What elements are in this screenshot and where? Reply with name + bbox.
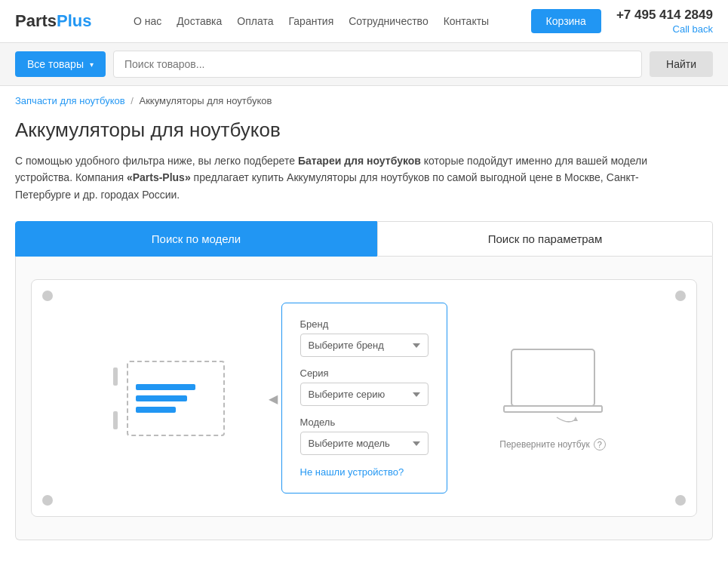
- brand-selector-form: ◀ Бренд Выберите бренд Серия Выберите се…: [281, 303, 447, 494]
- nav-cooperation[interactable]: Сотрудничество: [349, 15, 428, 27]
- nav-about[interactable]: О нас: [134, 15, 161, 27]
- breadcrumb-separator: /: [131, 95, 134, 106]
- side-bar-2: [113, 411, 118, 429]
- series-select[interactable]: Выберите серию: [300, 383, 429, 406]
- nav-delivery[interactable]: Доставка: [177, 15, 222, 27]
- cart-button[interactable]: Корзина: [531, 9, 601, 33]
- sketch-lines: [128, 377, 223, 420]
- side-bar-1: [113, 367, 118, 386]
- phone-block: +7 495 414 2849 Call back: [616, 8, 713, 35]
- svg-marker-3: [573, 417, 578, 421]
- laptop-illustration: [500, 346, 606, 431]
- filter-panel-inner: ◀ Бренд Выберите бренд Серия Выберите се…: [31, 279, 697, 517]
- phone-number: +7 495 414 2849: [616, 8, 713, 23]
- sketch-line-3: [136, 407, 176, 413]
- search-bar: Все товары ▾ Найти: [0, 43, 728, 86]
- nav-payment[interactable]: Оплата: [237, 15, 273, 27]
- breadcrumb: Запчасти для ноутбуков / Аккумуляторы дл…: [0, 86, 728, 111]
- tab-model[interactable]: Поиск по модели: [15, 221, 377, 257]
- question-mark-icon[interactable]: ?: [594, 438, 606, 450]
- chevron-down-icon: ▾: [90, 60, 94, 69]
- brand-label: Бренд: [300, 318, 429, 330]
- tab-params[interactable]: Поиск по параметрам: [377, 221, 713, 257]
- all-goods-label: Все товары: [27, 58, 84, 70]
- corner-dot-tr: [675, 291, 686, 301]
- search-input[interactable]: [113, 51, 642, 78]
- sketch-line-2: [136, 395, 188, 401]
- logo-plus: Plus: [57, 11, 91, 30]
- nav-contacts[interactable]: Контакты: [444, 15, 489, 27]
- model-select[interactable]: Выберите модель: [300, 432, 429, 455]
- page-description: С помощью удобного фильтра ниже, вы легк…: [15, 152, 694, 203]
- series-label: Серия: [300, 367, 429, 379]
- laptop-right: Переверните ноутбук ?: [478, 346, 628, 450]
- laptop-label: Переверните ноутбук ?: [499, 438, 605, 450]
- not-found-link[interactable]: Не нашли устройство?: [300, 466, 404, 478]
- breadcrumb-current: Аккумуляторы для ноутбуков: [140, 95, 272, 106]
- corner-dot-bl: [42, 495, 53, 506]
- model-label: Модель: [300, 417, 429, 428]
- brand-group: Бренд Выберите бренд: [300, 318, 429, 357]
- sketch-line-1: [136, 384, 196, 390]
- filter-tabs: Поиск по модели Поиск по параметрам: [15, 221, 713, 257]
- series-group: Серия Выберите серию: [300, 367, 429, 406]
- arrow-left-icon: ◀: [269, 391, 278, 405]
- laptop-label-text: Переверните ноутбук: [499, 439, 589, 450]
- main-nav: О нас Доставка Оплата Гарантия Сотруднич…: [134, 15, 489, 27]
- header: PartsPlus О нас Доставка Оплата Гарантия…: [0, 0, 728, 43]
- svg-rect-0: [511, 349, 594, 406]
- nav-guarantee[interactable]: Гарантия: [289, 15, 334, 27]
- page-title: Аккумуляторы для ноутбуков: [15, 118, 713, 142]
- model-selector: ◀ Бренд Выберите бренд Серия Выберите се…: [47, 295, 681, 501]
- search-button[interactable]: Найти: [650, 51, 713, 77]
- all-goods-button[interactable]: Все товары ▾: [15, 51, 106, 77]
- header-right: Корзина +7 495 414 2849 Call back: [531, 8, 713, 35]
- breadcrumb-parent[interactable]: Запчасти для ноутбуков: [15, 95, 125, 106]
- logo-parts: Parts: [15, 11, 57, 30]
- svg-rect-1: [504, 406, 602, 412]
- brand-select[interactable]: Выберите бренд: [300, 334, 429, 357]
- laptop-svg: [500, 346, 606, 429]
- laptop-sketch-box: [127, 361, 225, 436]
- main-content: Аккумуляторы для ноутбуков С помощью удо…: [0, 111, 728, 563]
- logo[interactable]: PartsPlus: [15, 11, 92, 31]
- model-group: Модель Выберите модель: [300, 417, 429, 455]
- callback-link[interactable]: Call back: [673, 23, 713, 35]
- filter-panel: ◀ Бренд Выберите бренд Серия Выберите се…: [15, 257, 713, 540]
- laptop-sketch-left: [100, 361, 251, 436]
- corner-dot-br: [675, 495, 686, 506]
